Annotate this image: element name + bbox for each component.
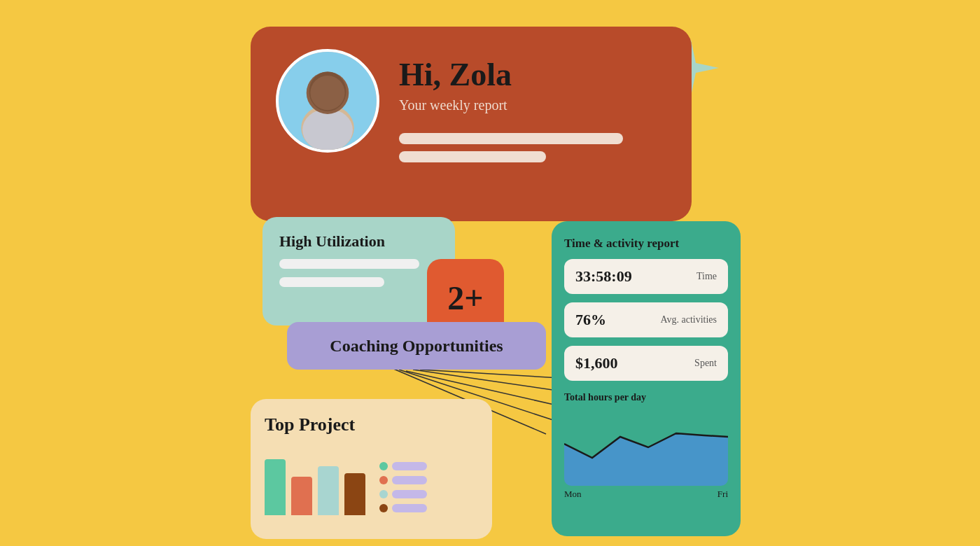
coaching-opportunities-card: Coaching Opportunities bbox=[287, 322, 546, 370]
chart-label-end: Fri bbox=[718, 489, 728, 500]
legend-dot-4 bbox=[379, 504, 388, 512]
high-utilization-title: High Utilization bbox=[279, 232, 438, 251]
top-project-title: Top Project bbox=[265, 414, 478, 435]
greeting-bar-2 bbox=[399, 151, 546, 162]
stat-activities-label: Avg. activities bbox=[660, 314, 717, 326]
svg-marker-12 bbox=[564, 433, 728, 486]
chart-labels: Mon Fri bbox=[564, 489, 728, 500]
stat-row-time: 33:58:09 Time bbox=[564, 259, 728, 294]
bar-green bbox=[265, 459, 286, 515]
legend-bar-2 bbox=[392, 476, 427, 484]
legend-item-4 bbox=[379, 504, 427, 512]
chart-label-start: Mon bbox=[564, 489, 582, 500]
stat-activities-value: 76% bbox=[575, 311, 606, 329]
legend-bar-1 bbox=[392, 462, 427, 470]
greeting-text: Hi, Zola Your weekly report bbox=[399, 49, 623, 162]
bar-teal bbox=[318, 466, 339, 515]
svg-line-1 bbox=[413, 370, 567, 392]
greeting-bars bbox=[399, 133, 623, 162]
bar-chart-area bbox=[265, 445, 365, 515]
coaching-label: Coaching Opportunities bbox=[330, 337, 503, 356]
bar-orange bbox=[291, 477, 312, 515]
stat-row-activities: 76% Avg. activities bbox=[564, 302, 728, 337]
stat-time-label: Time bbox=[696, 271, 717, 282]
greeting-bar-1 bbox=[399, 133, 623, 144]
legend-area bbox=[379, 462, 427, 515]
greeting-subtitle: Your weekly report bbox=[399, 97, 623, 113]
util-bar-2 bbox=[279, 277, 384, 287]
top-project-card: Top Project bbox=[251, 399, 492, 539]
svg-point-8 bbox=[302, 108, 353, 150]
high-utilization-card: High Utilization bbox=[262, 217, 455, 326]
stat-row-spent: $1,600 Spent bbox=[564, 346, 728, 381]
badge-value: 2+ bbox=[447, 279, 483, 317]
stat-spent-value: $1,600 bbox=[575, 354, 618, 372]
legend-dot-1 bbox=[379, 462, 388, 470]
svg-line-0 bbox=[420, 370, 560, 378]
time-activity-card: Time & activity report 33:58:09 Time 76%… bbox=[552, 221, 741, 536]
legend-item-2 bbox=[379, 476, 427, 484]
legend-dot-3 bbox=[379, 490, 388, 498]
legend-item-3 bbox=[379, 490, 427, 498]
chart-section: Total hours per day Mon Fri bbox=[564, 392, 728, 500]
legend-item-1 bbox=[379, 462, 427, 470]
util-bar-1 bbox=[279, 259, 419, 269]
chart-title: Total hours per day bbox=[564, 392, 728, 403]
stat-time-value: 33:58:09 bbox=[575, 267, 632, 286]
time-activity-title: Time & activity report bbox=[564, 237, 728, 251]
bars-and-legend bbox=[265, 445, 478, 515]
avatar bbox=[276, 49, 379, 153]
line-chart bbox=[564, 409, 728, 486]
legend-bar-4 bbox=[392, 504, 427, 512]
greeting-title: Hi, Zola bbox=[399, 56, 623, 93]
greeting-card: Hi, Zola Your weekly report bbox=[251, 27, 692, 221]
bar-brown bbox=[344, 473, 365, 515]
legend-bar-3 bbox=[392, 490, 427, 498]
stat-spent-label: Spent bbox=[694, 358, 717, 369]
legend-dot-2 bbox=[379, 476, 388, 484]
svg-point-11 bbox=[310, 76, 344, 110]
